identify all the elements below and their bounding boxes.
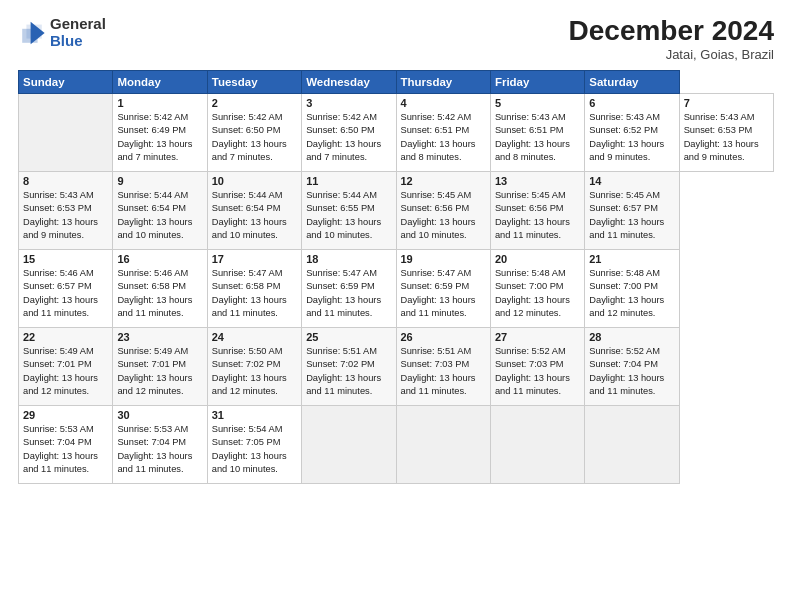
calendar-cell: 7Sunrise: 5:43 AMSunset: 6:53 PMDaylight… bbox=[679, 93, 773, 171]
calendar-cell: 6Sunrise: 5:43 AMSunset: 6:52 PMDaylight… bbox=[585, 93, 679, 171]
day-info: Sunrise: 5:51 AMSunset: 7:02 PMDaylight:… bbox=[306, 345, 391, 399]
day-number: 21 bbox=[589, 253, 674, 265]
day-info: Sunrise: 5:45 AMSunset: 6:56 PMDaylight:… bbox=[495, 189, 580, 243]
page: General Blue December 2024 Jatai, Goias,… bbox=[0, 0, 792, 612]
calendar-week-row: 8Sunrise: 5:43 AMSunset: 6:53 PMDaylight… bbox=[19, 171, 774, 249]
day-info: Sunrise: 5:42 AMSunset: 6:49 PMDaylight:… bbox=[117, 111, 202, 165]
day-info: Sunrise: 5:54 AMSunset: 7:05 PMDaylight:… bbox=[212, 423, 297, 477]
calendar-cell: 3Sunrise: 5:42 AMSunset: 6:50 PMDaylight… bbox=[302, 93, 396, 171]
day-number: 31 bbox=[212, 409, 297, 421]
calendar-cell: 16Sunrise: 5:46 AMSunset: 6:58 PMDayligh… bbox=[113, 249, 207, 327]
calendar-header-row: SundayMondayTuesdayWednesdayThursdayFrid… bbox=[19, 70, 774, 93]
day-info: Sunrise: 5:44 AMSunset: 6:55 PMDaylight:… bbox=[306, 189, 391, 243]
day-number: 12 bbox=[401, 175, 486, 187]
calendar-week-row: 15Sunrise: 5:46 AMSunset: 6:57 PMDayligh… bbox=[19, 249, 774, 327]
day-info: Sunrise: 5:52 AMSunset: 7:03 PMDaylight:… bbox=[495, 345, 580, 399]
calendar-week-row: 1Sunrise: 5:42 AMSunset: 6:49 PMDaylight… bbox=[19, 93, 774, 171]
day-info: Sunrise: 5:46 AMSunset: 6:58 PMDaylight:… bbox=[117, 267, 202, 321]
day-number: 15 bbox=[23, 253, 108, 265]
calendar-cell bbox=[396, 405, 490, 483]
day-number: 18 bbox=[306, 253, 391, 265]
day-info: Sunrise: 5:44 AMSunset: 6:54 PMDaylight:… bbox=[117, 189, 202, 243]
calendar-cell: 8Sunrise: 5:43 AMSunset: 6:53 PMDaylight… bbox=[19, 171, 113, 249]
day-info: Sunrise: 5:44 AMSunset: 6:54 PMDaylight:… bbox=[212, 189, 297, 243]
column-header-wednesday: Wednesday bbox=[302, 70, 396, 93]
title-block: December 2024 Jatai, Goias, Brazil bbox=[569, 16, 774, 62]
header: General Blue December 2024 Jatai, Goias,… bbox=[18, 16, 774, 62]
day-number: 25 bbox=[306, 331, 391, 343]
day-number: 28 bbox=[589, 331, 674, 343]
day-number: 6 bbox=[589, 97, 674, 109]
day-info: Sunrise: 5:47 AMSunset: 6:58 PMDaylight:… bbox=[212, 267, 297, 321]
calendar-cell: 28Sunrise: 5:52 AMSunset: 7:04 PMDayligh… bbox=[585, 327, 679, 405]
day-info: Sunrise: 5:53 AMSunset: 7:04 PMDaylight:… bbox=[23, 423, 108, 477]
location-subtitle: Jatai, Goias, Brazil bbox=[569, 47, 774, 62]
day-info: Sunrise: 5:43 AMSunset: 6:53 PMDaylight:… bbox=[684, 111, 769, 165]
calendar-cell: 15Sunrise: 5:46 AMSunset: 6:57 PMDayligh… bbox=[19, 249, 113, 327]
day-info: Sunrise: 5:50 AMSunset: 7:02 PMDaylight:… bbox=[212, 345, 297, 399]
calendar-cell: 1Sunrise: 5:42 AMSunset: 6:49 PMDaylight… bbox=[113, 93, 207, 171]
day-number: 4 bbox=[401, 97, 486, 109]
day-info: Sunrise: 5:48 AMSunset: 7:00 PMDaylight:… bbox=[495, 267, 580, 321]
day-number: 23 bbox=[117, 331, 202, 343]
day-info: Sunrise: 5:52 AMSunset: 7:04 PMDaylight:… bbox=[589, 345, 674, 399]
calendar-cell bbox=[302, 405, 396, 483]
logo-icon bbox=[18, 19, 46, 47]
calendar-cell: 24Sunrise: 5:50 AMSunset: 7:02 PMDayligh… bbox=[207, 327, 301, 405]
day-info: Sunrise: 5:53 AMSunset: 7:04 PMDaylight:… bbox=[117, 423, 202, 477]
calendar-cell bbox=[490, 405, 584, 483]
calendar-cell: 13Sunrise: 5:45 AMSunset: 6:56 PMDayligh… bbox=[490, 171, 584, 249]
column-header-thursday: Thursday bbox=[396, 70, 490, 93]
column-header-saturday: Saturday bbox=[585, 70, 679, 93]
day-info: Sunrise: 5:43 AMSunset: 6:53 PMDaylight:… bbox=[23, 189, 108, 243]
column-header-friday: Friday bbox=[490, 70, 584, 93]
calendar-body: 1Sunrise: 5:42 AMSunset: 6:49 PMDaylight… bbox=[19, 93, 774, 483]
day-number: 2 bbox=[212, 97, 297, 109]
day-number: 3 bbox=[306, 97, 391, 109]
calendar-cell: 22Sunrise: 5:49 AMSunset: 7:01 PMDayligh… bbox=[19, 327, 113, 405]
day-number: 11 bbox=[306, 175, 391, 187]
calendar-cell: 31Sunrise: 5:54 AMSunset: 7:05 PMDayligh… bbox=[207, 405, 301, 483]
day-number: 16 bbox=[117, 253, 202, 265]
day-info: Sunrise: 5:43 AMSunset: 6:51 PMDaylight:… bbox=[495, 111, 580, 165]
calendar-cell: 18Sunrise: 5:47 AMSunset: 6:59 PMDayligh… bbox=[302, 249, 396, 327]
day-number: 26 bbox=[401, 331, 486, 343]
calendar-cell: 30Sunrise: 5:53 AMSunset: 7:04 PMDayligh… bbox=[113, 405, 207, 483]
calendar-cell: 25Sunrise: 5:51 AMSunset: 7:02 PMDayligh… bbox=[302, 327, 396, 405]
calendar-cell: 20Sunrise: 5:48 AMSunset: 7:00 PMDayligh… bbox=[490, 249, 584, 327]
calendar-table: SundayMondayTuesdayWednesdayThursdayFrid… bbox=[18, 70, 774, 484]
day-info: Sunrise: 5:45 AMSunset: 6:57 PMDaylight:… bbox=[589, 189, 674, 243]
day-number: 19 bbox=[401, 253, 486, 265]
column-header-tuesday: Tuesday bbox=[207, 70, 301, 93]
day-number: 10 bbox=[212, 175, 297, 187]
logo: General Blue bbox=[18, 16, 106, 49]
calendar-cell bbox=[19, 93, 113, 171]
day-info: Sunrise: 5:49 AMSunset: 7:01 PMDaylight:… bbox=[23, 345, 108, 399]
day-number: 9 bbox=[117, 175, 202, 187]
day-number: 5 bbox=[495, 97, 580, 109]
day-info: Sunrise: 5:42 AMSunset: 6:50 PMDaylight:… bbox=[212, 111, 297, 165]
day-number: 27 bbox=[495, 331, 580, 343]
day-info: Sunrise: 5:42 AMSunset: 6:51 PMDaylight:… bbox=[401, 111, 486, 165]
calendar-cell: 26Sunrise: 5:51 AMSunset: 7:03 PMDayligh… bbox=[396, 327, 490, 405]
calendar-cell: 19Sunrise: 5:47 AMSunset: 6:59 PMDayligh… bbox=[396, 249, 490, 327]
calendar-cell: 9Sunrise: 5:44 AMSunset: 6:54 PMDaylight… bbox=[113, 171, 207, 249]
day-number: 30 bbox=[117, 409, 202, 421]
day-number: 22 bbox=[23, 331, 108, 343]
day-number: 1 bbox=[117, 97, 202, 109]
day-info: Sunrise: 5:48 AMSunset: 7:00 PMDaylight:… bbox=[589, 267, 674, 321]
column-header-sunday: Sunday bbox=[19, 70, 113, 93]
calendar-cell: 23Sunrise: 5:49 AMSunset: 7:01 PMDayligh… bbox=[113, 327, 207, 405]
day-info: Sunrise: 5:47 AMSunset: 6:59 PMDaylight:… bbox=[401, 267, 486, 321]
calendar-cell bbox=[585, 405, 679, 483]
calendar-cell: 17Sunrise: 5:47 AMSunset: 6:58 PMDayligh… bbox=[207, 249, 301, 327]
calendar-cell: 27Sunrise: 5:52 AMSunset: 7:03 PMDayligh… bbox=[490, 327, 584, 405]
calendar-week-row: 22Sunrise: 5:49 AMSunset: 7:01 PMDayligh… bbox=[19, 327, 774, 405]
day-number: 20 bbox=[495, 253, 580, 265]
calendar-cell: 14Sunrise: 5:45 AMSunset: 6:57 PMDayligh… bbox=[585, 171, 679, 249]
calendar-cell: 12Sunrise: 5:45 AMSunset: 6:56 PMDayligh… bbox=[396, 171, 490, 249]
month-title: December 2024 bbox=[569, 16, 774, 47]
calendar-cell: 11Sunrise: 5:44 AMSunset: 6:55 PMDayligh… bbox=[302, 171, 396, 249]
day-info: Sunrise: 5:46 AMSunset: 6:57 PMDaylight:… bbox=[23, 267, 108, 321]
day-number: 29 bbox=[23, 409, 108, 421]
